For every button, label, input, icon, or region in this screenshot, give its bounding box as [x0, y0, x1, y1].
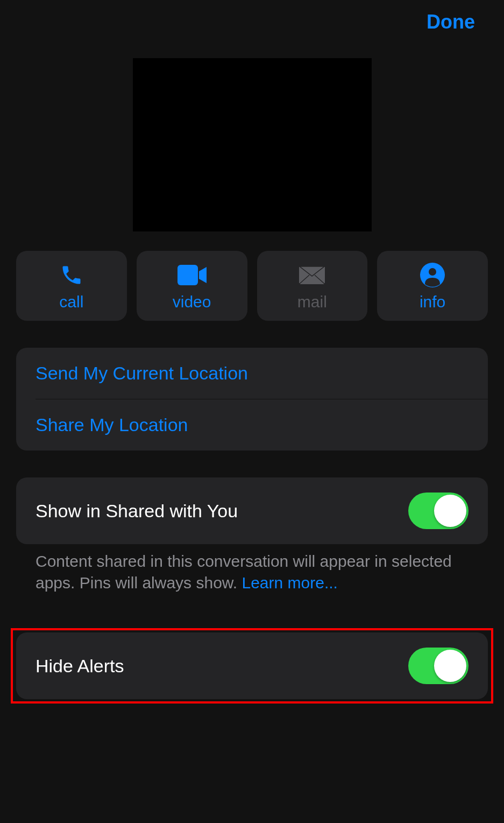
learn-more-link[interactable]: Learn more... [242, 574, 338, 592]
header-bar: Done [0, 0, 504, 33]
send-current-location-label: Send My Current Location [36, 363, 248, 384]
hide-alerts-row: Hide Alerts [16, 632, 488, 699]
phone-icon [60, 263, 83, 287]
call-label: call [59, 293, 83, 311]
shared-with-you-label: Show in Shared with You [36, 501, 238, 522]
share-my-location-button[interactable]: Share My Location [16, 399, 488, 451]
info-label: info [420, 293, 445, 311]
svg-rect-0 [178, 265, 198, 285]
video-button[interactable]: video [137, 251, 247, 321]
avatar-container [0, 58, 504, 231]
shared-with-you-footer: Content shared in this conversation will… [0, 544, 504, 594]
hide-alerts-highlight: Hide Alerts [11, 628, 493, 704]
hide-alerts-toggle[interactable] [408, 648, 468, 684]
send-current-location-button[interactable]: Send My Current Location [16, 348, 488, 399]
video-icon [178, 263, 207, 287]
mail-button: mail [257, 251, 368, 321]
contact-avatar[interactable] [133, 58, 372, 231]
done-button[interactable]: Done [427, 11, 475, 33]
share-my-location-label: Share My Location [36, 414, 188, 435]
shared-with-you-row: Show in Shared with You [16, 477, 488, 544]
call-button[interactable]: call [16, 251, 127, 321]
info-button[interactable]: info [377, 251, 488, 321]
hide-alerts-label: Hide Alerts [36, 656, 124, 677]
mail-icon [299, 263, 325, 287]
hide-alerts-section: Hide Alerts [16, 632, 488, 699]
shared-with-you-toggle[interactable] [408, 493, 468, 529]
action-row: call video mail [0, 251, 504, 321]
person-circle-icon [420, 263, 445, 287]
video-label: video [173, 293, 211, 311]
shared-with-you-section: Show in Shared with You [16, 477, 488, 544]
svg-point-2 [429, 268, 436, 276]
toggle-knob [434, 650, 466, 682]
toggle-knob [434, 495, 466, 527]
location-section: Send My Current Location Share My Locati… [16, 348, 488, 451]
mail-label: mail [297, 293, 327, 311]
